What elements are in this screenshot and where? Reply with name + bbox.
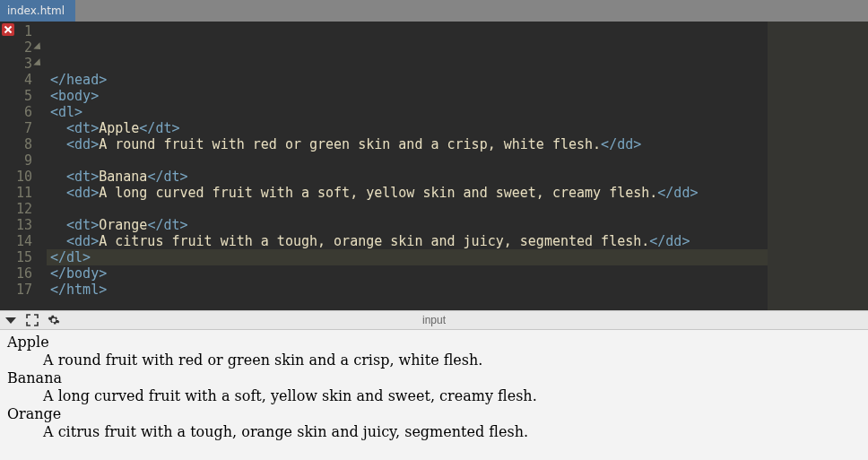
- definition-list: AppleA round fruit with red or green ski…: [7, 334, 861, 441]
- gear-icon[interactable]: [43, 310, 65, 330]
- line-number: 6: [0, 104, 32, 120]
- line-number: 16: [0, 265, 32, 282]
- code-line[interactable]: <dd>A long curved fruit with a soft, yel…: [47, 185, 868, 201]
- tab-file[interactable]: index.html: [0, 0, 75, 22]
- fold-caret-icon[interactable]: [33, 42, 43, 52]
- line-number: 12: [0, 201, 32, 217]
- fold-row: [36, 249, 47, 265]
- code-line[interactable]: <dt>Banana</dt>: [47, 169, 868, 185]
- code-line[interactable]: [47, 152, 868, 169]
- line-number: 14: [0, 233, 32, 249]
- line-number: 10: [0, 169, 32, 185]
- line-number-gutter: 1234567891011121314151617: [0, 22, 36, 310]
- preview-definition: A long curved fruit with a soft, yellow …: [43, 387, 861, 405]
- preview-term: Banana: [7, 369, 861, 387]
- panel-label: input: [422, 314, 446, 326]
- line-number: 9: [0, 152, 32, 169]
- preview-definition: A round fruit with red or green skin and…: [43, 352, 861, 369]
- line-number: 1: [0, 23, 32, 39]
- tab-title: index.html: [7, 0, 65, 22]
- code-line[interactable]: <dd>A round fruit with red or green skin…: [47, 136, 868, 152]
- expand-icon[interactable]: [22, 310, 43, 330]
- code-line[interactable]: </dl>: [47, 249, 868, 265]
- fold-row: [36, 120, 47, 136]
- fold-caret-icon[interactable]: [33, 58, 43, 68]
- fold-row: [36, 72, 47, 88]
- code-line[interactable]: <dl>: [47, 104, 868, 120]
- fold-row: [36, 152, 47, 169]
- tab-bar: index.html: [0, 0, 868, 22]
- line-number: 13: [0, 217, 32, 233]
- fold-row: [36, 265, 47, 282]
- fold-row: [36, 136, 47, 152]
- fold-row: [36, 217, 47, 233]
- code-line[interactable]: </head>: [47, 72, 868, 88]
- line-number: 11: [0, 185, 32, 201]
- panel-toolbar: input: [0, 310, 868, 330]
- fold-row: [36, 23, 47, 39]
- fold-row: [36, 88, 47, 104]
- line-number: 7: [0, 120, 32, 136]
- code-line[interactable]: <dt>Apple</dt>: [47, 120, 868, 136]
- line-number: 15: [0, 249, 32, 265]
- code-line[interactable]: </html>: [47, 282, 868, 298]
- line-number: 3: [0, 56, 32, 72]
- output-preview: AppleA round fruit with red or green ski…: [0, 330, 868, 460]
- line-number: 4: [0, 72, 32, 88]
- code-line[interactable]: </body>: [47, 265, 868, 282]
- code-line[interactable]: <body>: [47, 88, 868, 104]
- fold-row: [36, 104, 47, 120]
- fold-row: [36, 169, 47, 185]
- fold-row: [36, 56, 47, 72]
- fold-row: [36, 282, 47, 298]
- fold-gutter: [36, 22, 47, 310]
- code-line[interactable]: [47, 330, 868, 346]
- fold-row: [36, 185, 47, 201]
- preview-definition: A citrus fruit with a tough, orange skin…: [43, 423, 861, 441]
- line-number: 2: [0, 39, 32, 56]
- line-number: 8: [0, 136, 32, 152]
- line-number: 17: [0, 282, 32, 298]
- code-editor[interactable]: 1234567891011121314151617 </head><body><…: [0, 22, 868, 310]
- chevron-down-icon[interactable]: [0, 310, 22, 330]
- fold-row: [36, 39, 47, 56]
- code-line[interactable]: <dd>A citrus fruit with a tough, orange …: [47, 233, 868, 249]
- fold-row: [36, 201, 47, 217]
- code-line[interactable]: [47, 201, 868, 217]
- code-line[interactable]: <dt>Orange</dt>: [47, 217, 868, 233]
- preview-term: Orange: [7, 405, 861, 423]
- code-area[interactable]: </head><body><dl> <dt>Apple</dt> <dd>A r…: [47, 22, 868, 310]
- fold-row: [36, 233, 47, 249]
- line-number: 5: [0, 88, 32, 104]
